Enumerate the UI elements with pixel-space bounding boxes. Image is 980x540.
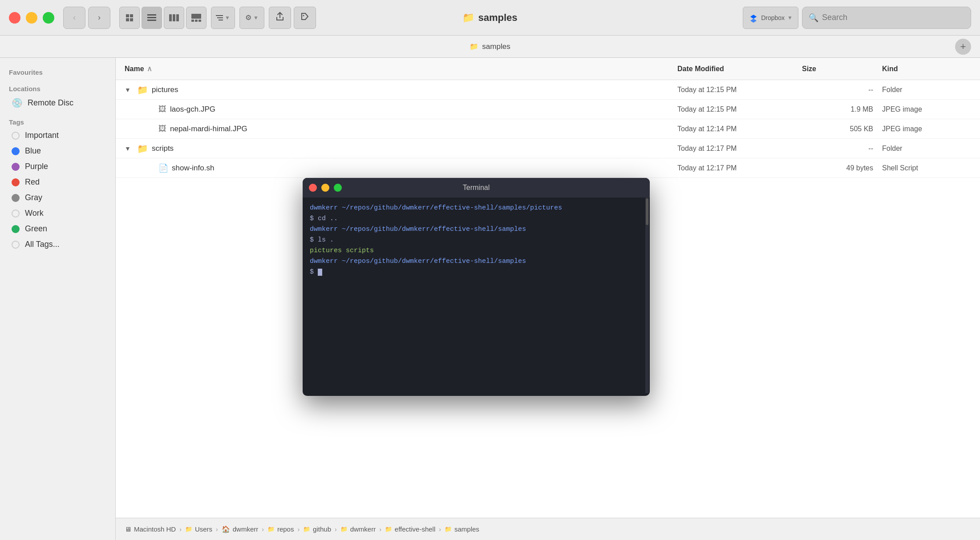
- terminal-cursor: [318, 269, 322, 276]
- bottom-path-label: Users: [195, 525, 212, 533]
- svg-rect-6: [147, 20, 156, 21]
- sidebar-item-remote-disc-label: Remote Disc: [28, 98, 73, 108]
- title-folder-icon: 📁: [462, 12, 474, 24]
- terminal-titlebar: Terminal: [303, 178, 650, 197]
- table-row[interactable]: ▶ 🖼 nepal-mardi-himal.JPG Today at 12:14…: [116, 119, 980, 139]
- svg-rect-12: [195, 20, 198, 22]
- file-kind: Folder: [882, 86, 971, 94]
- list-view-button[interactable]: [142, 7, 162, 29]
- col-modified-header[interactable]: Date Modified: [677, 65, 802, 73]
- path-add-button[interactable]: +: [955, 39, 971, 55]
- sidebar-tag-blue[interactable]: Blue: [3, 143, 113, 159]
- svg-rect-14: [216, 15, 223, 16]
- sidebar-tag-red[interactable]: Red: [3, 174, 113, 190]
- expand-arrow-icon: ▼: [125, 86, 134, 93]
- bottom-path-item[interactable]: 📁 repos: [267, 525, 294, 533]
- tag-work-label: Work: [25, 209, 44, 218]
- search-input[interactable]: [822, 13, 964, 22]
- tag-icon: [301, 12, 309, 23]
- locations-label: Locations: [0, 81, 115, 94]
- terminal-window[interactable]: Terminal dwmkerr ~/repos/github/dwmkerr/…: [303, 178, 650, 396]
- bottom-path-item[interactable]: 🖥 Macintosh HD: [125, 525, 176, 533]
- terminal-scrollbar-thumb[interactable]: [646, 198, 648, 225]
- bottom-path-item[interactable]: 📁 effective-shell: [385, 525, 435, 533]
- action-button[interactable]: ⚙ ▼: [239, 7, 264, 29]
- dwmkerr2-folder-icon: 📁: [340, 526, 348, 532]
- file-header: Name ∧ Date Modified Size Kind: [116, 58, 980, 80]
- bottom-path-item[interactable]: 🏠 dwmkerr: [222, 525, 259, 533]
- terminal-line: dwmkerr ~/repos/github/dwmkerr/effective…: [310, 203, 643, 214]
- search-bar[interactable]: 🔍: [802, 7, 971, 29]
- file-modified: Today at 12:15 PM: [677, 86, 802, 94]
- svg-rect-5: [147, 17, 156, 18]
- svg-rect-1: [130, 14, 133, 17]
- path-title: samples: [482, 42, 510, 51]
- arrange-dropdown[interactable]: ▼: [211, 7, 235, 29]
- col-size-header[interactable]: Size: [802, 65, 882, 73]
- sidebar-tag-all[interactable]: All Tags...: [3, 237, 113, 252]
- table-row[interactable]: ▶ 📄 show-info.sh Today at 12:17 PM 49 by…: [116, 158, 980, 178]
- minimize-button[interactable]: [26, 12, 37, 24]
- maximize-button[interactable]: [43, 12, 54, 24]
- table-row[interactable]: ▶ 🖼 laos-gch.JPG Today at 12:15 PM 1.9 M…: [116, 100, 980, 119]
- svg-rect-4: [147, 14, 156, 16]
- bottom-path-label: samples: [454, 525, 479, 533]
- gray-dot: [12, 194, 20, 202]
- bottom-path-item[interactable]: 📁 dwmkerr: [340, 525, 376, 533]
- file-name: show-info.sh: [172, 164, 214, 173]
- terminal-line: dwmkerr ~/repos/github/dwmkerr/effective…: [310, 224, 643, 235]
- file-modified: Today at 12:17 PM: [677, 145, 802, 153]
- tag-blue-label: Blue: [25, 146, 41, 156]
- tag-all-label: All Tags...: [25, 240, 60, 249]
- dropbox-button[interactable]: Dropbox ▼: [743, 7, 798, 29]
- svg-marker-19: [750, 16, 757, 23]
- terminal-line: $: [310, 267, 643, 278]
- close-button[interactable]: [9, 12, 20, 24]
- col-kind-header[interactable]: Kind: [882, 65, 971, 73]
- sidebar-tag-work[interactable]: Work: [3, 206, 113, 221]
- table-row[interactable]: ▼ 📁 scripts Today at 12:17 PM -- Folder: [116, 139, 980, 158]
- bottom-path-item[interactable]: 📁 Users: [185, 525, 212, 533]
- share-button[interactable]: [269, 7, 291, 29]
- terminal-minimize-button[interactable]: [321, 184, 329, 192]
- file-kind: JPEG image: [882, 105, 971, 113]
- path-separator-icon: ›: [216, 526, 218, 533]
- sidebar-tag-purple[interactable]: Purple: [3, 159, 113, 174]
- share-icon: [276, 12, 284, 23]
- tag-gray-label: Gray: [25, 193, 42, 202]
- image-file-icon: 🖼: [158, 124, 166, 133]
- bottom-path-item[interactable]: 📁 samples: [445, 525, 479, 533]
- forward-button[interactable]: ›: [88, 7, 110, 29]
- file-kind: Shell Script: [882, 164, 971, 172]
- terminal-maximize-button[interactable]: [334, 184, 342, 192]
- col-name-header[interactable]: Name ∧: [125, 64, 677, 73]
- terminal-line: pictures scripts: [310, 246, 643, 256]
- tag-button[interactable]: [294, 7, 316, 29]
- sidebar-tag-important[interactable]: Important: [3, 128, 113, 143]
- tag-important-label: Important: [25, 131, 59, 140]
- sidebar-tag-green[interactable]: Green: [3, 221, 113, 237]
- work-dot: [12, 210, 20, 218]
- bottom-path-item[interactable]: 📁 github: [303, 525, 331, 533]
- column-view-button[interactable]: [164, 7, 184, 29]
- file-size: 49 bytes: [802, 164, 882, 172]
- samples-folder-icon: 📁: [445, 526, 452, 532]
- file-size: 505 KB: [802, 125, 882, 133]
- icon-view-button[interactable]: [119, 7, 140, 29]
- sidebar-item-remote-disc[interactable]: 💿 Remote Disc: [3, 94, 113, 111]
- path-separator-icon: ›: [335, 526, 337, 533]
- gallery-view-button[interactable]: [186, 7, 207, 29]
- file-kind: JPEG image: [882, 125, 971, 133]
- terminal-close-button[interactable]: [309, 184, 317, 192]
- svg-point-17: [303, 15, 304, 16]
- bottom-path-label: dwmkerr: [350, 525, 376, 533]
- sidebar-tag-gray[interactable]: Gray: [3, 190, 113, 206]
- table-row[interactable]: ▼ 📁 pictures Today at 12:15 PM -- Folder: [116, 80, 980, 100]
- eshell-folder-icon: 📁: [385, 526, 392, 532]
- terminal-body[interactable]: dwmkerr ~/repos/github/dwmkerr/effective…: [303, 197, 650, 396]
- path-separator-icon: ›: [439, 526, 441, 533]
- back-button[interactable]: ‹: [63, 7, 85, 29]
- users-folder-icon: 📁: [185, 526, 192, 532]
- view-controls: [119, 7, 207, 29]
- terminal-scrollbar[interactable]: [645, 197, 649, 393]
